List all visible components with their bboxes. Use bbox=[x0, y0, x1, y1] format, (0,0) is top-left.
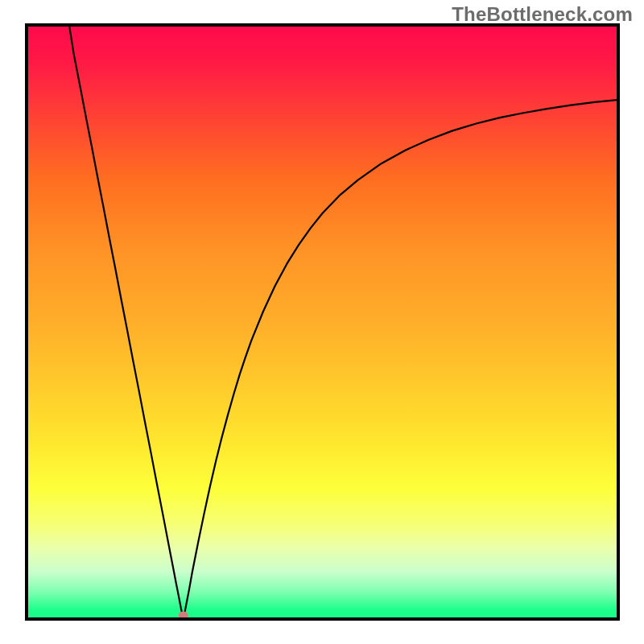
chart-stage: TheBottleneck.com bbox=[0, 0, 644, 644]
chart-svg bbox=[0, 0, 644, 644]
plot-background bbox=[27, 25, 618, 619]
watermark: TheBottleneck.com bbox=[452, 3, 633, 26]
